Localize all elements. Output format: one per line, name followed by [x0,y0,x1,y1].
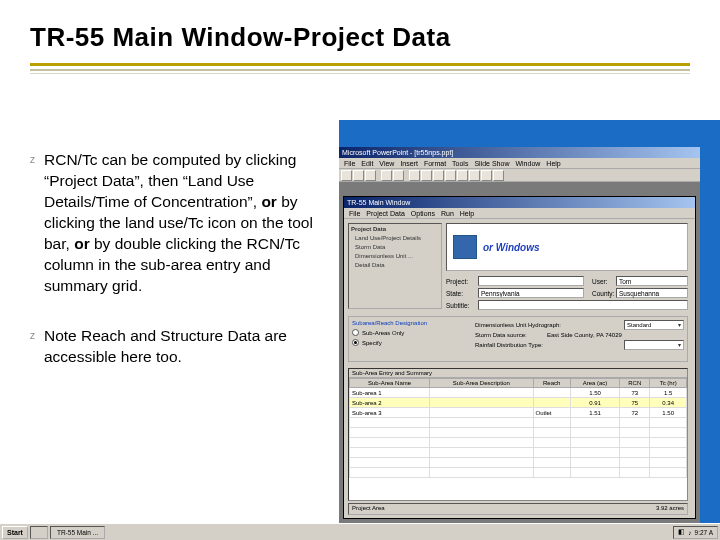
subtitle-input[interactable] [478,300,688,310]
menu-item[interactable]: Edit [361,160,373,167]
inner-menubar: File Project Data Options Run Help [344,208,695,219]
grid-row[interactable]: Sub-area 3Outlet1.51721.50 [350,408,687,418]
menu-item[interactable]: View [379,160,394,167]
user-input[interactable]: Tom [616,276,688,286]
toolbar-button[interactable] [341,170,352,181]
toolbar-button[interactable] [353,170,364,181]
clock: 9:27 A [695,529,713,536]
grid-header: Sub-Area Description [430,379,533,388]
status-right: 3.92 acres [656,505,684,513]
panel-item[interactable]: Land Use/Project Details [351,234,439,243]
panel-item[interactable]: Storm Data [351,243,439,252]
grid-row[interactable]: Sub-area 20.91750.34 [350,398,687,408]
bullet-text: Note Reach and Structure Data are access… [44,326,330,368]
subtitle-label: Subtitle: [446,302,478,309]
menu-item[interactable]: Help [546,160,560,167]
grid-header: Sub-Area Name [350,379,430,388]
subarea-grid: Sub-Area Entry and Summary Sub-Area Name… [348,368,688,501]
tray-icon[interactable]: ♪ [688,529,691,536]
chevron-down-icon: ▾ [678,321,681,330]
toolbar-button[interactable] [421,170,432,181]
title-underline [0,63,720,74]
group-label: Subarea/Reach Designation [352,320,467,326]
menu-item[interactable]: Help [460,210,474,217]
county-label: County: [592,290,616,297]
project-label: Project: [446,278,478,285]
grid-row[interactable] [350,428,687,438]
toolbar-button[interactable] [433,170,444,181]
banner: or Windows [446,223,688,271]
toolbar-button[interactable] [409,170,420,181]
rainfall-type-label: Rainfall Distribution Type: [475,342,624,348]
taskbar-item[interactable]: TR-55 Main ... [50,526,105,539]
menu-item[interactable]: Format [424,160,446,167]
taskbar-item[interactable] [30,526,48,539]
user-label: User: [592,278,616,285]
inner-titlebar: TR-55 Main Window [344,197,695,208]
bullet-list: z RCN/Tc can be computed by clicking “Pr… [30,150,330,398]
toolbar-button[interactable] [445,170,456,181]
rainfall-type-dropdown[interactable]: ▾ [624,340,684,350]
grid-title: Sub-Area Entry and Summary [349,369,687,378]
toolbar-button[interactable] [365,170,376,181]
project-fields: Project: User: Tom State: Pennsylvania C… [446,276,688,312]
radio-subareas-only[interactable]: Sub-Areas Only [352,329,467,336]
outer-titlebar: Microsoft PowerPoint - [tr55nps.ppt] [339,147,700,158]
duh-dropdown[interactable]: Standard▾ [624,320,684,330]
bullet-marker: z [30,150,44,296]
project-input[interactable] [478,276,584,286]
storm-source-label: Storm Data source: [475,332,547,338]
menu-item[interactable]: Project Data [366,210,405,217]
menu-item[interactable]: Insert [400,160,418,167]
outer-toolbar [339,169,700,182]
state-label: State: [446,290,478,297]
panel-item[interactable]: Detail Data [351,261,439,270]
toolbar-button[interactable] [393,170,404,181]
duh-label: Dimensionless Unit Hydrograph: [475,322,624,328]
bullet-item: z RCN/Tc can be computed by clicking “Pr… [30,150,330,296]
toolbar-button[interactable] [457,170,468,181]
grid-header: Area (ac) [570,379,620,388]
storm-source-value: East Side County, PA 74029 [547,332,622,338]
menu-item[interactable]: Window [515,160,540,167]
menu-item[interactable]: Slide Show [474,160,509,167]
county-input[interactable]: Susquehanna [616,288,688,298]
radio-specify[interactable]: Specify [352,339,467,346]
inner-window: TR-55 Main Window File Project Data Opti… [343,196,696,519]
tray-icon[interactable]: ◧ [678,528,685,536]
chevron-down-icon: ▾ [678,341,681,350]
toolbar-button[interactable] [493,170,504,181]
menu-item[interactable]: Tools [452,160,468,167]
grid-row[interactable]: Sub-area 11.50731.5 [350,388,687,398]
panel-item[interactable]: Dimensionless Unit ... [351,252,439,261]
app-screenshot: Microsoft PowerPoint - [tr55nps.ppt] Fil… [339,147,700,533]
bullet-item: z Note Reach and Structure Data are acce… [30,326,330,368]
grid-row[interactable] [350,448,687,458]
toolbar-button[interactable] [481,170,492,181]
status-bar: Project Area 3.92 acres [348,503,688,515]
system-tray: ◧ ♪ 9:27 A [673,526,718,539]
panel-title: Project Data [351,226,439,232]
taskbar: Start TR-55 Main ... ◧ ♪ 9:27 A [0,523,720,540]
project-data-panel: Project Data Land Use/Project Details St… [348,223,442,309]
grid-header: RCN [620,379,650,388]
menu-item[interactable]: File [344,160,355,167]
grid-row[interactable] [350,468,687,478]
grid-table[interactable]: Sub-Area Name Sub-Area Description Reach… [349,378,687,478]
bullet-text: RCN/Tc can be computed by clicking “Proj… [44,150,330,296]
inner-client: Project Data Land Use/Project Details St… [345,220,694,517]
app-logo-icon [453,235,477,259]
grid-header: Reach [533,379,570,388]
menu-item[interactable]: Options [411,210,435,217]
grid-row[interactable] [350,418,687,428]
toolbar-button[interactable] [381,170,392,181]
grid-row[interactable] [350,458,687,468]
bullet-marker: z [30,326,44,368]
menu-item[interactable]: File [349,210,360,217]
grid-row[interactable] [350,438,687,448]
toolbar-button[interactable] [469,170,480,181]
menu-item[interactable]: Run [441,210,454,217]
state-input[interactable]: Pennsylvania [478,288,584,298]
outer-client-area: TR-55 Main Window File Project Data Opti… [339,182,700,533]
start-button[interactable]: Start [2,526,28,539]
